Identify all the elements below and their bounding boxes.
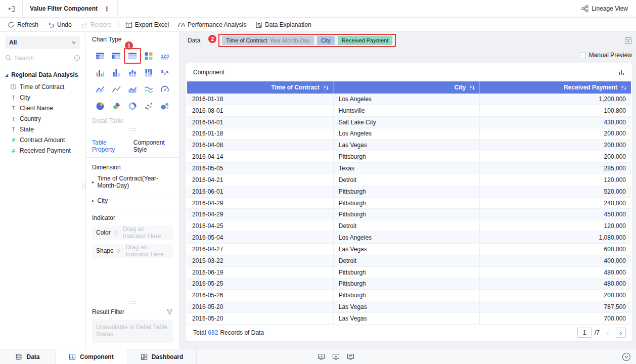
page-number-input[interactable] <box>577 328 592 338</box>
chart-type-kpi-123[interactable]: 123 <box>158 50 171 62</box>
result-filter-dropzone[interactable]: Unavailable in Detail Table Status <box>92 320 173 343</box>
column-sort-icon[interactable] <box>621 85 626 90</box>
table-row[interactable]: 2016-04-01Salt Lake City430,000 <box>187 117 631 128</box>
document-tab[interactable]: Value Filter Component ⋮ <box>22 0 118 17</box>
field-item[interactable]: TClient Name <box>5 103 80 113</box>
table-row[interactable]: 2016-04-29Pittsburgh240,000 <box>187 198 631 209</box>
dimension-item[interactable]: ▸Time of Contract(Year-Month-Day) <box>92 171 173 193</box>
bottom-tab-data[interactable]: Data <box>0 349 56 364</box>
field-item[interactable]: TCity <box>5 92 80 103</box>
table-cell: 520,000 <box>480 186 631 197</box>
table-row[interactable]: 2016-06-01Pittsburgh520,000 <box>187 186 631 198</box>
exit-button[interactable] <box>0 5 22 13</box>
field-pill[interactable]: City <box>317 36 335 45</box>
data-label: Data <box>188 37 200 44</box>
field-item[interactable]: TCountry <box>5 113 80 124</box>
tab-table-property[interactable]: Table Property <box>92 139 125 153</box>
data-filter-button[interactable] <box>624 37 632 44</box>
table-row[interactable]: 2016-05-05Texas285,000 <box>187 163 631 174</box>
table-row[interactable]: 2016-04-08Las Vegas200,000 <box>187 140 631 151</box>
table-row[interactable]: 2016-04-27Las Vegas600,000 <box>187 244 631 255</box>
chart-type-gauge[interactable] <box>158 83 171 96</box>
column-sort-icon[interactable] <box>469 85 475 90</box>
column-header[interactable]: City <box>334 81 480 94</box>
collapse-button[interactable] <box>622 349 631 364</box>
previous-page-button[interactable]: ‹ <box>603 328 613 338</box>
chart-type-range-bar[interactable] <box>158 67 171 79</box>
table-row[interactable]: 2016-05-26Pittsburgh200,000 <box>187 290 631 301</box>
table-cell: Los Angeles <box>334 94 480 105</box>
column-header[interactable]: Time of Contract <box>187 81 334 94</box>
field-item[interactable]: TState <box>5 124 80 134</box>
chart-type-bar[interactable] <box>110 67 123 79</box>
chart-type-stacked-bar[interactable] <box>126 67 139 79</box>
next-page-button[interactable]: › <box>616 328 626 338</box>
chart-type-area[interactable] <box>126 83 139 96</box>
bottom-tab-component[interactable]: Component <box>56 349 127 364</box>
dimension-item[interactable]: ▸City <box>92 193 173 208</box>
collapse-fields-icon[interactable] <box>74 55 80 61</box>
indicator-drop-zone[interactable]: ShapeDrag an Indicator Here <box>92 244 173 258</box>
chart-type-percent-bar[interactable] <box>142 67 155 79</box>
funnel-icon[interactable] <box>166 309 173 315</box>
table-cell: 2016-05-20 <box>187 301 334 312</box>
table-row[interactable]: 2016-04-25Detroit120,000 <box>187 220 631 232</box>
table-row[interactable]: 2016-04-29Pittsburgh450,000 <box>187 209 631 220</box>
table-row[interactable]: 2016-01-18Los Angeles200,000 <box>187 128 631 140</box>
board-save-icon[interactable] <box>332 353 340 360</box>
tab-component-style[interactable]: Component Style <box>133 139 173 153</box>
field-pill[interactable]: Received Payment <box>338 36 392 45</box>
table-row[interactable]: 2016-08-01Huntsville100,800 <box>187 105 631 117</box>
board-list-icon[interactable] <box>347 353 354 360</box>
field-item[interactable]: Time of Contract <box>5 81 80 92</box>
table-row[interactable]: 2016-06-19Pittsburgh480,000 <box>187 267 631 279</box>
chart-type-card-group[interactable] <box>142 50 155 62</box>
gauge-icon <box>160 85 169 94</box>
lineage-view-button[interactable]: Lineage View <box>581 5 636 12</box>
field-item[interactable]: #Contract Amount <box>5 134 80 145</box>
field-pill[interactable]: Time of ContractYear-Month-Day <box>222 36 314 45</box>
chart-type-line[interactable] <box>94 83 107 96</box>
column-sort-icon[interactable] <box>323 85 329 90</box>
column-header[interactable]: Received Payment <box>480 81 631 94</box>
chart-type-cross-table[interactable] <box>110 50 123 62</box>
horizontal-drag-handle[interactable] <box>92 127 173 131</box>
table-row[interactable]: 2016-04-14Pittsburgh200,000 <box>187 151 631 163</box>
manual-preview-checkbox[interactable] <box>580 52 586 58</box>
horizontal-drag-handle[interactable] <box>92 300 173 304</box>
undo-button[interactable]: Undo <box>43 18 76 31</box>
data-explanation-button[interactable]: Data Explanation <box>251 18 315 31</box>
chart-type-detail-table[interactable]: 1 <box>126 50 139 62</box>
chart-type-group-table[interactable] <box>94 50 107 62</box>
table-row[interactable]: 2016-05-20Las Vegas700,000 <box>187 313 631 324</box>
table-row[interactable]: 2015-03-22Detroit400,000 <box>187 255 631 267</box>
field-item[interactable]: #Received Payment <box>5 145 80 156</box>
table-row[interactable]: 2016-01-18Los Angeles1,200,000 <box>187 94 631 105</box>
chart-type-pie[interactable] <box>94 100 107 112</box>
performance-analysis-button[interactable]: Performance Analysis <box>173 18 251 31</box>
chart-board-icon[interactable] <box>317 353 325 360</box>
chart-type-line-point[interactable] <box>110 83 123 96</box>
table-cell: 240,000 <box>480 198 631 209</box>
table-row[interactable]: 2016-05-20Las Vegas787,500 <box>187 301 631 313</box>
table-row[interactable]: 2016-05-04Los Angeles1,080,000 <box>187 232 631 244</box>
table-row[interactable]: 2016-04-21Detroit120,000 <box>187 174 631 186</box>
bottom-tab-dashboard[interactable]: Dashboard <box>127 349 197 364</box>
tab-menu-icon[interactable]: ⋮ <box>104 6 110 12</box>
vertical-drag-handle[interactable] <box>82 184 86 190</box>
export-excel-button[interactable]: Export Excel <box>121 18 173 31</box>
indicator-drop-zone[interactable]: ColorDrag an Indicator Here <box>92 225 173 240</box>
chart-type-donut[interactable] <box>126 100 139 112</box>
chart-preview-icon[interactable] <box>618 69 625 76</box>
chart-type-scatter[interactable] <box>142 100 155 112</box>
restore-button[interactable]: Restore <box>76 18 116 31</box>
dataset-tree-root[interactable]: ◢ Regional Data Analysis <box>5 71 80 78</box>
chart-type-multi-bar[interactable] <box>94 67 107 79</box>
table-row[interactable]: 2016-05-25Pittsburgh480,000 <box>187 279 631 290</box>
chart-type-bubble[interactable] <box>158 100 171 112</box>
chart-type-rose[interactable] <box>110 100 123 112</box>
scope-selector[interactable]: All <box>5 36 80 49</box>
search-input[interactable] <box>15 55 71 62</box>
chart-type-stream[interactable] <box>142 83 155 96</box>
refresh-button[interactable]: Refresh <box>3 18 43 31</box>
